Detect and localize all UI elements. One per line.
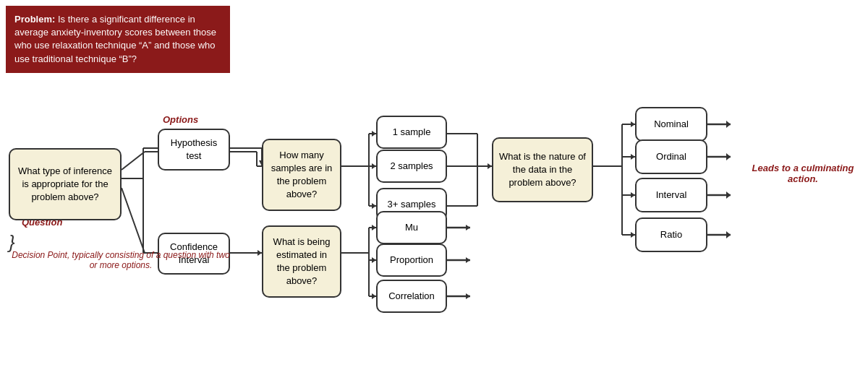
decision-point-label: } Decision Point, typically consisting o… [9, 235, 233, 270]
one-sample-box: 1 sample [376, 116, 447, 149]
leads-to-label: Leads to a culminating action. [738, 163, 868, 184]
two-samples-box: 2 samples [376, 150, 447, 183]
ratio-box: Ratio [635, 217, 707, 252]
svg-line-0 [122, 152, 145, 170]
options-label: Options [163, 114, 198, 125]
nature-box: What is the nature of the data in the pr… [492, 137, 593, 202]
ordinal-box: Ordinal [635, 139, 707, 174]
svg-line-8 [230, 152, 262, 166]
svg-marker-46 [726, 191, 731, 199]
what-estimated-box: What is being estimated in the problem a… [262, 225, 341, 298]
problem-box: Problem: Is there a significant differen… [6, 6, 230, 73]
correlation-box: Correlation [376, 280, 447, 313]
question-box: What type of inference is appropriate fo… [9, 148, 122, 220]
problem-label: Problem: [14, 14, 55, 25]
flow-area: Question Options What type of inference … [0, 94, 868, 375]
nominal-box: Nominal [635, 107, 707, 142]
svg-marker-44 [726, 153, 731, 160]
hypothesis-test-box: Hypothesis test [158, 129, 230, 171]
how-many-box: How many samples are in the problem abov… [262, 139, 341, 211]
mu-box: Mu [376, 211, 447, 244]
svg-marker-42 [726, 121, 731, 128]
proportion-box: Proportion [376, 243, 447, 277]
svg-marker-64 [466, 293, 470, 299]
svg-marker-48 [726, 231, 731, 238]
svg-marker-62 [466, 257, 470, 263]
svg-line-7 [230, 152, 262, 166]
svg-marker-60 [466, 225, 470, 230]
interval-box: Interval [635, 178, 707, 212]
